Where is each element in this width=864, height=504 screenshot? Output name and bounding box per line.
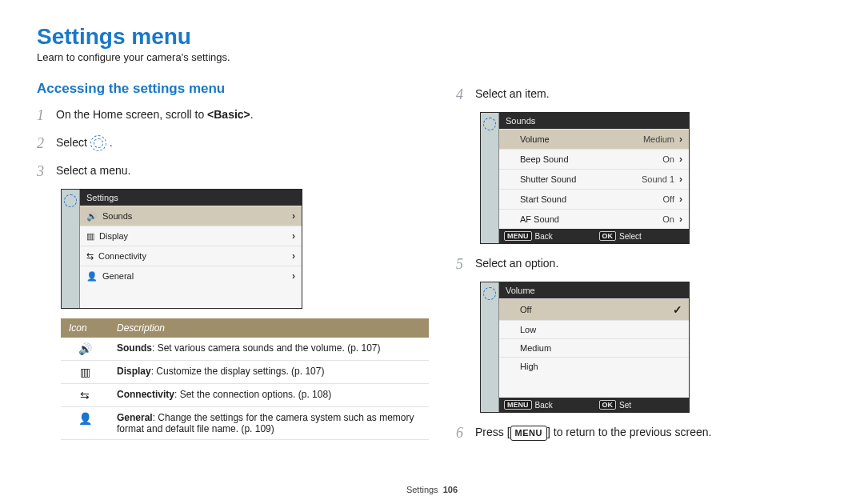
step-4: 4 Select an item. [456, 84, 827, 106]
step-bold: <Basic> [207, 108, 250, 121]
step-text: Select [56, 136, 90, 149]
chevron-right-icon: › [679, 214, 682, 225]
step-3: 3 Select a menu. [37, 161, 408, 182]
list-item: Start SoundOff› [499, 189, 689, 209]
step-number: 3 [37, 161, 50, 182]
list-item: AF SoundOn› [499, 209, 689, 229]
list-item-value: Sound 1 [642, 174, 674, 184]
step-number: 1 [37, 105, 50, 126]
step-text: Press [ [475, 426, 510, 438]
footer-section: Settings [406, 485, 438, 494]
list-item-label: Display [99, 231, 128, 241]
gear-icon [483, 118, 496, 130]
chevron-right-icon: › [292, 270, 295, 282]
list-item: VolumeMedium› [499, 129, 689, 149]
step-1: 1 On the Home screen, scroll to <Basic>. [37, 105, 408, 126]
table-header-icon: Icon [61, 318, 109, 338]
list-item-value: On [662, 154, 674, 164]
step-number: 4 [456, 84, 469, 106]
table-row: 🔊Sounds: Set various camera sounds and t… [61, 338, 429, 361]
table-row: ▥Display: Customize the display settings… [61, 361, 429, 384]
footer-ok-label: Select [619, 232, 642, 241]
chevron-right-icon: › [292, 210, 295, 222]
step-2: 2 Select . [37, 133, 408, 154]
camera-screenshot-settings: Settings 🔊Sounds›▥Display›⇆Connectivity›… [61, 189, 302, 309]
general-icon: 👤 [86, 271, 98, 282]
step-text: Select a menu. [56, 161, 130, 182]
step-text: On the Home screen, scroll to [56, 108, 207, 121]
step-text: Select an item. [475, 84, 550, 106]
menu-button-icon: MENU [504, 231, 532, 241]
chevron-right-icon: › [292, 230, 295, 242]
list-item: ▥Display› [80, 226, 302, 246]
gear-icon [90, 135, 106, 151]
table-cell-description: Connectivity: Set the connection options… [109, 384, 429, 407]
section-heading: Accessing the settings menu [37, 81, 408, 97]
panel-title: Sounds [499, 113, 689, 129]
panel-title: Volume [499, 282, 689, 298]
camera-screenshot-sounds: Sounds VolumeMedium›Beep SoundOn›Shutter… [480, 112, 690, 244]
sounds-icon: 🔊 [78, 342, 92, 355]
general-icon: 👤 [78, 412, 92, 425]
list-item: 🔊Sounds› [80, 206, 302, 226]
table-row: 👤General: Change the settings for the ca… [61, 407, 429, 440]
list-item: High [499, 357, 689, 375]
list-item-label: High [520, 362, 538, 371]
chevron-right-icon: › [679, 194, 682, 205]
page-footer: Settings 106 [0, 485, 864, 494]
list-item: 👤General› [80, 266, 302, 286]
footer-back-label: Back [535, 232, 553, 241]
list-item: Low [499, 320, 689, 338]
connectivity-icon: ⇆ [80, 389, 90, 402]
list-item-label: Connectivity [98, 251, 146, 261]
connectivity-icon: ⇆ [86, 251, 94, 262]
ok-button-icon: OK [599, 231, 617, 241]
table-cell-description: General: Change the settings for the cam… [109, 407, 429, 440]
panel-footer: MENUBack OKSet [499, 398, 689, 412]
chevron-right-icon: › [679, 174, 682, 185]
list-item: ⇆Connectivity› [80, 246, 302, 266]
list-item-label: General [102, 271, 134, 281]
list-item-label: Shutter Sound [520, 174, 576, 184]
list-item-label: Volume [520, 134, 550, 144]
list-item-label: Beep Sound [520, 154, 569, 164]
panel-title: Settings [80, 190, 302, 206]
list-item-value: Medium [643, 134, 674, 144]
step-number: 2 [37, 133, 50, 154]
list-item-label: Medium [520, 343, 551, 353]
step-text: . [110, 136, 113, 149]
sounds-icon: 🔊 [86, 211, 98, 222]
list-item: Shutter SoundSound 1› [499, 169, 689, 189]
list-item-value: On [662, 214, 674, 224]
table-cell-description: Sounds: Set various camera sounds and th… [109, 338, 429, 361]
step-text: Select an option. [475, 254, 558, 275]
gear-icon [64, 194, 77, 207]
display-icon: ▥ [86, 231, 94, 242]
chevron-right-icon: › [292, 250, 295, 262]
list-item-label: Sounds [102, 211, 132, 221]
footer-back-label: Back [535, 401, 553, 410]
step-number: 6 [456, 422, 469, 444]
list-item-label: Off [520, 305, 531, 314]
camera-screenshot-volume: Volume Off✓LowMediumHigh MENUBack OKSet [480, 282, 690, 413]
ok-button-icon: OK [599, 400, 617, 410]
list-item: Off✓ [499, 298, 689, 320]
list-item-label: Start Sound [520, 194, 566, 204]
display-icon: ▥ [80, 366, 90, 378]
list-item-label: Low [520, 325, 536, 334]
step-text: ] to return to the previous screen. [547, 426, 711, 438]
menu-button-icon: MENU [504, 400, 532, 410]
page-intro: Learn to configure your camera's setting… [37, 51, 827, 63]
table-row: ⇆Connectivity: Set the connection option… [61, 384, 429, 407]
page-title: Settings menu [37, 24, 827, 50]
footer-page-number: 106 [443, 485, 458, 494]
list-item: Beep SoundOn› [499, 149, 689, 169]
step-6: 6 Press [MENU] to return to the previous… [456, 422, 827, 444]
gear-icon [483, 287, 496, 300]
check-icon: ✓ [673, 303, 682, 316]
table-header-description: Description [109, 318, 429, 338]
list-item: Medium [499, 338, 689, 357]
list-item-label: AF Sound [520, 214, 559, 224]
step-text: . [250, 108, 254, 121]
menu-button-icon: MENU [510, 426, 547, 441]
